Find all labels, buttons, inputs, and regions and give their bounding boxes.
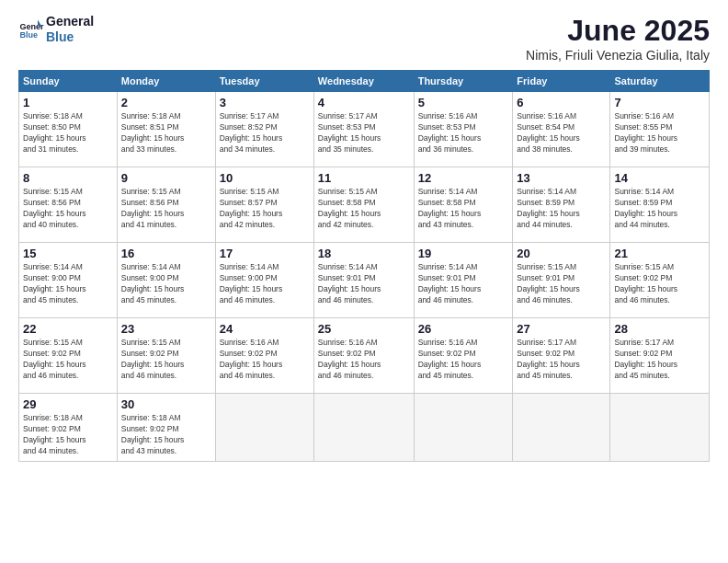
day-info: Sunrise: 5:16 AMSunset: 9:02 PMDaylight:… bbox=[418, 338, 509, 382]
table-row: 4Sunrise: 5:17 AMSunset: 8:53 PMDaylight… bbox=[313, 92, 414, 167]
day-number: 29 bbox=[23, 397, 113, 411]
day-info: Sunrise: 5:16 AMSunset: 9:02 PMDaylight:… bbox=[220, 338, 310, 382]
col-thursday: Thursday bbox=[414, 71, 513, 92]
col-monday: Monday bbox=[117, 71, 215, 92]
day-number: 6 bbox=[517, 96, 606, 109]
page: General Blue General Blue June 2025 Nimi… bbox=[0, 0, 728, 563]
day-info: Sunrise: 5:18 AMSunset: 9:02 PMDaylight:… bbox=[121, 413, 211, 457]
day-info: Sunrise: 5:14 AMSunset: 8:59 PMDaylight:… bbox=[517, 187, 606, 231]
day-number: 4 bbox=[318, 96, 410, 109]
day-info: Sunrise: 5:15 AMSunset: 9:02 PMDaylight:… bbox=[121, 338, 211, 382]
day-number: 23 bbox=[121, 322, 211, 336]
table-row: 12Sunrise: 5:14 AMSunset: 8:58 PMDayligh… bbox=[414, 167, 513, 243]
calendar-row: 29Sunrise: 5:18 AMSunset: 9:02 PMDayligh… bbox=[19, 394, 710, 462]
table-row: 8Sunrise: 5:15 AMSunset: 8:56 PMDaylight… bbox=[19, 167, 118, 243]
month-title: June 2025 bbox=[526, 14, 710, 48]
day-info: Sunrise: 5:17 AMSunset: 9:02 PMDaylight:… bbox=[517, 338, 606, 382]
day-number: 25 bbox=[318, 322, 410, 336]
day-number: 1 bbox=[23, 96, 113, 109]
table-row: 29Sunrise: 5:18 AMSunset: 9:02 PMDayligh… bbox=[19, 394, 118, 462]
day-number: 19 bbox=[418, 247, 509, 260]
day-number: 21 bbox=[614, 247, 705, 260]
day-info: Sunrise: 5:18 AMSunset: 8:50 PMDaylight:… bbox=[23, 111, 113, 155]
table-row: 9Sunrise: 5:15 AMSunset: 8:56 PMDaylight… bbox=[117, 167, 215, 243]
day-info: Sunrise: 5:15 AMSunset: 8:56 PMDaylight:… bbox=[121, 187, 211, 231]
day-info: Sunrise: 5:14 AMSunset: 9:01 PMDaylight:… bbox=[418, 262, 509, 306]
day-info: Sunrise: 5:17 AMSunset: 9:02 PMDaylight:… bbox=[614, 338, 705, 382]
day-info: Sunrise: 5:14 AMSunset: 9:00 PMDaylight:… bbox=[121, 262, 211, 306]
day-info: Sunrise: 5:15 AMSunset: 8:57 PMDaylight:… bbox=[220, 187, 310, 231]
table-row: 26Sunrise: 5:16 AMSunset: 9:02 PMDayligh… bbox=[414, 318, 513, 394]
calendar-row: 1Sunrise: 5:18 AMSunset: 8:50 PMDaylight… bbox=[19, 92, 710, 167]
logo-line2: Blue bbox=[46, 29, 94, 45]
table-row bbox=[414, 394, 513, 462]
table-row: 15Sunrise: 5:14 AMSunset: 9:00 PMDayligh… bbox=[19, 243, 118, 318]
table-row: 17Sunrise: 5:14 AMSunset: 9:00 PMDayligh… bbox=[215, 243, 313, 318]
day-number: 26 bbox=[418, 322, 509, 336]
day-info: Sunrise: 5:16 AMSunset: 8:54 PMDaylight:… bbox=[517, 111, 606, 155]
day-number: 12 bbox=[418, 171, 509, 185]
day-number: 10 bbox=[220, 171, 310, 185]
day-number: 22 bbox=[23, 322, 113, 336]
col-wednesday: Wednesday bbox=[313, 71, 414, 92]
day-info: Sunrise: 5:15 AMSunset: 8:56 PMDaylight:… bbox=[23, 187, 113, 231]
day-number: 11 bbox=[318, 171, 410, 185]
calendar-row: 8Sunrise: 5:15 AMSunset: 8:56 PMDaylight… bbox=[19, 167, 710, 243]
col-friday: Friday bbox=[513, 71, 610, 92]
day-info: Sunrise: 5:16 AMSunset: 8:53 PMDaylight:… bbox=[418, 111, 509, 155]
table-row bbox=[215, 394, 313, 462]
day-info: Sunrise: 5:14 AMSunset: 8:58 PMDaylight:… bbox=[418, 187, 509, 231]
logo-icon: General Blue bbox=[18, 17, 44, 42]
day-info: Sunrise: 5:15 AMSunset: 9:01 PMDaylight:… bbox=[517, 262, 606, 306]
table-row: 3Sunrise: 5:17 AMSunset: 8:52 PMDaylight… bbox=[215, 92, 313, 167]
day-info: Sunrise: 5:14 AMSunset: 8:59 PMDaylight:… bbox=[614, 187, 705, 231]
day-number: 13 bbox=[517, 171, 606, 185]
table-row: 25Sunrise: 5:16 AMSunset: 9:02 PMDayligh… bbox=[313, 318, 414, 394]
day-info: Sunrise: 5:15 AMSunset: 9:02 PMDaylight:… bbox=[23, 338, 113, 382]
day-info: Sunrise: 5:15 AMSunset: 9:02 PMDaylight:… bbox=[614, 262, 705, 306]
table-row: 16Sunrise: 5:14 AMSunset: 9:00 PMDayligh… bbox=[117, 243, 215, 318]
day-number: 5 bbox=[418, 96, 509, 109]
table-row: 1Sunrise: 5:18 AMSunset: 8:50 PMDaylight… bbox=[19, 92, 118, 167]
day-number: 2 bbox=[121, 96, 211, 109]
table-row: 10Sunrise: 5:15 AMSunset: 8:57 PMDayligh… bbox=[215, 167, 313, 243]
svg-text:Blue: Blue bbox=[19, 30, 38, 40]
calendar-table: Sunday Monday Tuesday Wednesday Thursday… bbox=[18, 70, 710, 462]
table-row bbox=[610, 394, 710, 462]
table-row: 14Sunrise: 5:14 AMSunset: 8:59 PMDayligh… bbox=[610, 167, 710, 243]
table-row: 24Sunrise: 5:16 AMSunset: 9:02 PMDayligh… bbox=[215, 318, 313, 394]
header: General Blue General Blue June 2025 Nimi… bbox=[18, 14, 710, 63]
table-row: 19Sunrise: 5:14 AMSunset: 9:01 PMDayligh… bbox=[414, 243, 513, 318]
table-row: 5Sunrise: 5:16 AMSunset: 8:53 PMDaylight… bbox=[414, 92, 513, 167]
calendar-row: 22Sunrise: 5:15 AMSunset: 9:02 PMDayligh… bbox=[19, 318, 710, 394]
table-row: 18Sunrise: 5:14 AMSunset: 9:01 PMDayligh… bbox=[313, 243, 414, 318]
header-row: Sunday Monday Tuesday Wednesday Thursday… bbox=[19, 71, 710, 92]
col-saturday: Saturday bbox=[610, 71, 710, 92]
table-row: 6Sunrise: 5:16 AMSunset: 8:54 PMDaylight… bbox=[513, 92, 610, 167]
col-tuesday: Tuesday bbox=[215, 71, 313, 92]
logo-line1: General bbox=[46, 14, 94, 29]
day-number: 30 bbox=[121, 397, 211, 411]
table-row bbox=[313, 394, 414, 462]
table-row: 22Sunrise: 5:15 AMSunset: 9:02 PMDayligh… bbox=[19, 318, 118, 394]
day-info: Sunrise: 5:14 AMSunset: 9:00 PMDaylight:… bbox=[23, 262, 113, 306]
day-info: Sunrise: 5:17 AMSunset: 8:53 PMDaylight:… bbox=[318, 111, 410, 155]
day-info: Sunrise: 5:18 AMSunset: 9:02 PMDaylight:… bbox=[23, 413, 113, 457]
day-info: Sunrise: 5:18 AMSunset: 8:51 PMDaylight:… bbox=[121, 111, 211, 155]
day-number: 8 bbox=[23, 171, 113, 185]
day-number: 7 bbox=[614, 96, 705, 109]
calendar-row: 15Sunrise: 5:14 AMSunset: 9:00 PMDayligh… bbox=[19, 243, 710, 318]
day-info: Sunrise: 5:16 AMSunset: 9:02 PMDaylight:… bbox=[318, 338, 410, 382]
day-number: 9 bbox=[121, 171, 211, 185]
day-number: 20 bbox=[517, 247, 606, 260]
col-sunday: Sunday bbox=[19, 71, 118, 92]
table-row: 21Sunrise: 5:15 AMSunset: 9:02 PMDayligh… bbox=[610, 243, 710, 318]
table-row: 11Sunrise: 5:15 AMSunset: 8:58 PMDayligh… bbox=[313, 167, 414, 243]
day-number: 16 bbox=[121, 247, 211, 260]
day-number: 3 bbox=[220, 96, 310, 109]
day-number: 28 bbox=[614, 322, 705, 336]
table-row: 7Sunrise: 5:16 AMSunset: 8:55 PMDaylight… bbox=[610, 92, 710, 167]
day-number: 24 bbox=[220, 322, 310, 336]
day-info: Sunrise: 5:14 AMSunset: 9:01 PMDaylight:… bbox=[318, 262, 410, 306]
title-block: June 2025 Nimis, Friuli Venezia Giulia, … bbox=[526, 14, 710, 63]
